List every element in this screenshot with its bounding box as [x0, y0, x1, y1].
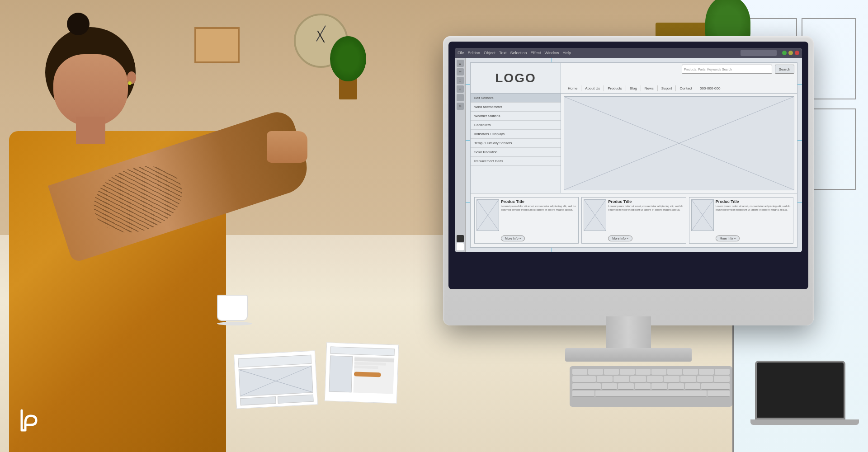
- room-background: File Edition Object Text Selection Effec…: [0, 0, 868, 452]
- wf-phone: 000-000-000: [700, 86, 720, 90]
- sidebar-item-2[interactable]: Weather Stations: [471, 112, 561, 121]
- wireframe-area: ▲ ✏ □ ○ T ⊕: [455, 58, 802, 252]
- menu-file[interactable]: File: [458, 51, 464, 55]
- product-card-0: Produc Title Lorem ipsum dolor sit amet,…: [474, 197, 579, 244]
- product-desc-2: Lorem ipsum dolor sit amet, consectetur …: [716, 205, 791, 235]
- sidebar-item-3[interactable]: Controllers: [471, 121, 561, 130]
- app-toolbar: File Edition Object Text Selection Effec…: [455, 48, 802, 58]
- sidebar-item-6[interactable]: Solar Radiation: [471, 148, 561, 157]
- wf-logo: LOGO: [495, 71, 536, 85]
- nav-news[interactable]: News: [641, 85, 658, 91]
- coffee-cup: [217, 295, 252, 325]
- tool-text[interactable]: T: [457, 94, 464, 101]
- wf-nav: Home About Us Products Blog News Suport …: [564, 85, 794, 91]
- left-toolbar: ▲ ✏ □ ○ T ⊕: [455, 58, 466, 252]
- wf-body: Belt Sensors Wind Anemometer Weather Sta…: [471, 94, 797, 193]
- window-controls: [741, 50, 799, 56]
- close-btn[interactable]: [795, 51, 799, 55]
- product-title-0: Produc Title: [501, 199, 576, 204]
- menu-window[interactable]: Window: [544, 51, 559, 55]
- sidebar-item-0[interactable]: Belt Sensors: [471, 94, 561, 103]
- tool-spacer: [457, 235, 464, 250]
- menu-help[interactable]: Help: [562, 51, 571, 55]
- product-more-btn-1[interactable]: More Info »: [608, 235, 632, 241]
- placeholder-x: [564, 97, 794, 190]
- tool-ellipse[interactable]: ○: [457, 85, 464, 93]
- tool-zoom[interactable]: ⊕: [457, 103, 464, 110]
- tool-color[interactable]: [457, 235, 464, 242]
- product-info-1: Produc Title Lorem ipsum dolor sit amet,…: [608, 199, 684, 241]
- monitor-screen: File Edition Object Text Selection Effec…: [448, 42, 808, 289]
- keyboard: [570, 366, 732, 407]
- product-title-1: Produc Title: [608, 199, 684, 204]
- product-img-2: [691, 199, 714, 231]
- product-placeholder-0: [477, 200, 499, 231]
- product-info-0: Produc Title Lorem ipsum dolor sit amet,…: [501, 199, 576, 241]
- sidebar-item-7[interactable]: Replacement Parts: [471, 157, 561, 166]
- tool-select[interactable]: ▲: [457, 60, 464, 67]
- sidebar-item-5[interactable]: Temp / Humidity Sensors: [471, 139, 561, 148]
- menu-effect[interactable]: Effect: [531, 51, 541, 55]
- nav-products[interactable]: Products: [604, 85, 626, 91]
- nav-contact[interactable]: Contact: [676, 85, 696, 91]
- menu-object[interactable]: Object: [484, 51, 495, 55]
- sidebar-item-1[interactable]: Wind Anemometer: [471, 103, 561, 112]
- wf-header: LOGO Products, Parts, Keywords Search: [471, 63, 797, 94]
- screen-content: File Edition Object Text Selection Effec…: [455, 48, 802, 252]
- wf-header-right: Products, Parts, Keywords Search Search …: [561, 63, 797, 93]
- nav-blog[interactable]: Blog: [626, 85, 641, 91]
- sidebar-item-4[interactable]: Indicators / Displays: [471, 130, 561, 139]
- tool-pen[interactable]: ✏: [457, 68, 464, 75]
- wf-search-input[interactable]: Products, Parts, Keywords Search: [682, 65, 772, 74]
- laptop: [750, 361, 850, 425]
- product-desc-0: Lorem ipsum dolor sit amet, consectetur …: [501, 205, 576, 235]
- plant-shelf: [330, 36, 366, 99]
- product-desc-1: Lorem ipsum dolor sit amet, consectetur …: [608, 205, 684, 235]
- wf-search-button[interactable]: Search: [775, 65, 794, 74]
- product-title-2: Produc Title: [716, 199, 791, 204]
- product-info-2: Produc Title Lorem ipsum dolor sit amet,…: [716, 199, 791, 241]
- nav-support[interactable]: Suport: [658, 85, 676, 91]
- monitor-stand-base: [565, 348, 692, 362]
- tool-fill[interactable]: [457, 243, 464, 250]
- product-more-btn-2[interactable]: More Info »: [716, 235, 740, 241]
- wireframe-main: LOGO Products, Parts, Keywords Search: [466, 58, 802, 252]
- wf-main-image: [564, 96, 794, 190]
- hand: [267, 131, 307, 163]
- wf-logo-area: LOGO: [471, 63, 561, 93]
- maximize-btn[interactable]: [788, 51, 793, 55]
- product-card-1: Produc Title Lorem ipsum dolor sit amet,…: [581, 197, 686, 244]
- website-wireframe: LOGO Products, Parts, Keywords Search: [470, 62, 797, 248]
- product-img-1: [584, 199, 606, 231]
- tool-rect[interactable]: □: [457, 77, 464, 84]
- brand-logo: [18, 407, 41, 434]
- menu-edition[interactable]: Edition: [468, 51, 481, 55]
- wf-search-row: Products, Parts, Keywords Search Search: [564, 65, 794, 74]
- product-img-0: [476, 199, 499, 231]
- monitor: File Edition Object Text Selection Effec…: [443, 36, 814, 325]
- wf-sidebar: Belt Sensors Wind Anemometer Weather Sta…: [471, 94, 561, 193]
- menu-text[interactable]: Text: [499, 51, 507, 55]
- menu-selection[interactable]: Selection: [510, 51, 527, 55]
- product-more-btn-0[interactable]: More Info »: [501, 235, 525, 241]
- nav-home[interactable]: Home: [564, 85, 581, 91]
- svg-line-9: [239, 366, 313, 396]
- desk-papers: [235, 344, 407, 416]
- product-placeholder-2: [692, 200, 713, 231]
- toolbar-menu: File Edition Object Text Selection Effec…: [458, 51, 571, 55]
- wf-products: Produc Title Lorem ipsum dolor sit amet,…: [471, 193, 797, 247]
- product-card-2: Produc Title Lorem ipsum dolor sit amet,…: [689, 197, 793, 244]
- minimize-btn[interactable]: [782, 51, 787, 55]
- toolbar-search[interactable]: [741, 50, 777, 56]
- nav-about[interactable]: About Us: [581, 85, 604, 91]
- monitor-stand-neck: [606, 316, 651, 348]
- product-placeholder-1: [584, 200, 606, 231]
